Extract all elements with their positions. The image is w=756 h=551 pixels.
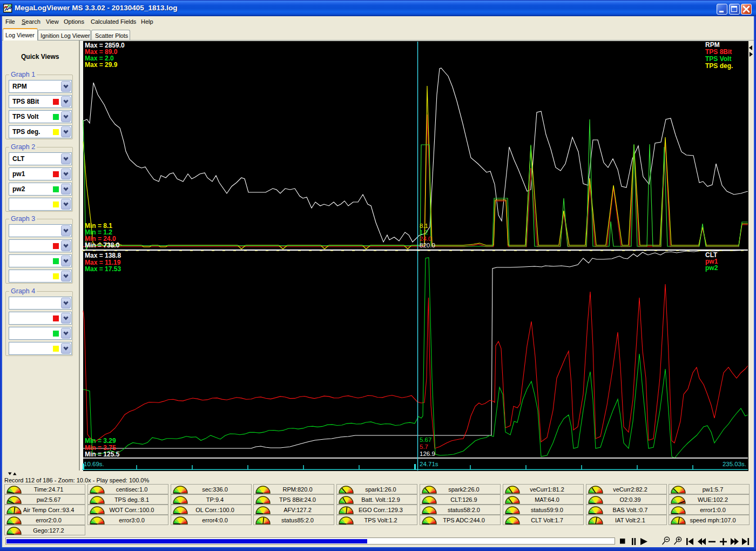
svg-text:1.2: 1.2 <box>420 229 428 236</box>
svg-text:10.69s.: 10.69s. <box>84 461 104 467</box>
svg-text:pw2: pw2 <box>705 264 718 272</box>
svg-text:Max = 29.9: Max = 29.9 <box>85 61 118 69</box>
svg-text:TPS 8Bit: TPS 8Bit <box>705 48 732 56</box>
svg-text:24.71s: 24.71s <box>420 461 438 467</box>
svg-text:820.0: 820.0 <box>420 242 435 248</box>
svg-text:TPS deg.: TPS deg. <box>705 62 733 70</box>
svg-text:Min = 125.5: Min = 125.5 <box>85 451 120 458</box>
svg-text:235.03s.: 235.03s. <box>723 461 746 467</box>
svg-text:Min = 3.29: Min = 3.29 <box>85 437 116 445</box>
svg-text:5.7: 5.7 <box>420 444 428 450</box>
svg-text:TPS Volt: TPS Volt <box>705 55 731 63</box>
svg-text:Max = 138.8: Max = 138.8 <box>85 252 121 259</box>
svg-text:Min = 738.0: Min = 738.0 <box>85 241 120 249</box>
svg-text:8.1: 8.1 <box>420 223 428 229</box>
svg-text:126.9: 126.9 <box>420 451 435 457</box>
svg-text:Max = 17.53: Max = 17.53 <box>85 265 121 273</box>
svg-text:24.0: 24.0 <box>420 236 431 242</box>
svg-text:5.67: 5.67 <box>420 436 431 443</box>
